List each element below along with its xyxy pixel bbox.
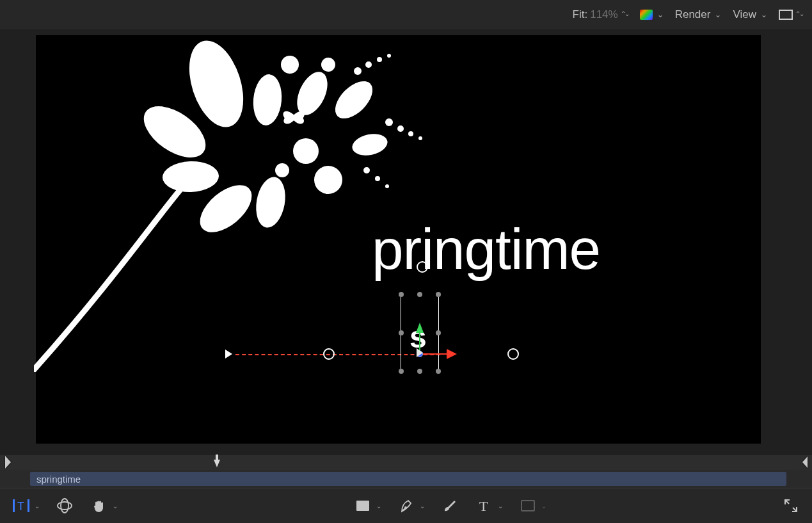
svg-point-14 [354, 67, 362, 75]
svg-point-15 [365, 61, 372, 68]
motion-path-handle[interactable] [417, 261, 428, 273]
svg-rect-26 [13, 499, 15, 512]
mask-tool[interactable]: ⌄ [518, 496, 546, 515]
resize-handle[interactable] [399, 292, 404, 297]
playhead[interactable] [212, 455, 221, 470]
pen-tool[interactable]: ⌄ [397, 496, 425, 515]
x-axis-line [420, 353, 449, 355]
render-label: Render [675, 8, 711, 21]
fit-zoom-control[interactable]: Fit: 114% ⌃⌄ [573, 8, 628, 21]
svg-point-11 [293, 138, 319, 164]
in-point-marker[interactable] [4, 455, 11, 470]
svg-point-0 [179, 39, 253, 134]
out-point-marker[interactable] [801, 455, 808, 470]
svg-point-29 [58, 502, 72, 510]
current-position-icon [417, 348, 423, 357]
svg-point-9 [281, 56, 299, 74]
svg-point-13 [275, 163, 289, 177]
shape-tool[interactable]: ⌄ [353, 496, 381, 515]
flower-ornament-graphic [34, 39, 456, 372]
mini-timeline-ruler[interactable] [0, 455, 812, 470]
chevron-down-icon: ⌄ [761, 10, 767, 19]
adjust-glyph-tool[interactable]: T ⌄ [12, 496, 40, 515]
resize-handle[interactable] [417, 369, 422, 374]
chevron-down-icon: ⌄ [35, 503, 40, 510]
fullscreen-button[interactable] [781, 496, 800, 515]
color-channels-icon [640, 10, 653, 20]
text-tool[interactable]: T ⌄ [475, 496, 503, 515]
glyph-selection-box[interactable]: s [399, 292, 441, 376]
svg-point-17 [387, 54, 391, 58]
svg-point-2 [162, 160, 219, 193]
timeline-clip[interactable]: springtime [30, 472, 786, 486]
fit-value: 114% [590, 8, 617, 21]
rectangle-icon [353, 496, 372, 515]
stepper-icon: ⌃⌄ [621, 10, 628, 17]
canvas-bottom-toolbar: T ⌄ ⌄ ⌄ ⌄ T ⌄ ⌄ [0, 488, 812, 523]
svg-point-20 [408, 131, 413, 136]
chevron-down-icon: ⌄ [420, 503, 425, 510]
chevron-down-icon: ⌄ [715, 10, 721, 19]
clip-label: springtime [36, 474, 81, 485]
3d-transform-tool[interactable] [55, 496, 74, 515]
stepper-icon: ⌃⌄ [795, 10, 803, 17]
aspect-ratio-menu[interactable]: ⌃⌄ [779, 10, 803, 20]
svg-point-10 [321, 58, 335, 72]
render-menu[interactable]: Render ⌄ [675, 8, 722, 21]
chevron-down-icon: ⌄ [541, 503, 546, 510]
svg-point-12 [314, 166, 342, 194]
chevron-down-icon: ⌄ [376, 503, 381, 510]
color-channels-menu[interactable]: ⌄ [640, 10, 664, 20]
resize-handle[interactable] [417, 292, 422, 297]
resize-handle[interactable] [399, 369, 404, 374]
motion-path-start-icon [225, 350, 232, 358]
view-menu[interactable]: View ⌄ [733, 8, 767, 21]
svg-text:T: T [479, 499, 488, 513]
svg-point-8 [350, 131, 389, 159]
svg-rect-27 [28, 499, 29, 512]
svg-point-22 [363, 167, 370, 173]
chevron-down-icon: ⌄ [113, 503, 118, 510]
svg-point-1 [135, 96, 215, 168]
resize-handle[interactable] [436, 292, 441, 297]
svg-point-4 [252, 175, 289, 230]
svg-point-7 [328, 74, 379, 125]
viewer-canvas[interactable]: pringtime s [36, 35, 761, 444]
expand-icon [783, 498, 799, 513]
paint-stroke-tool[interactable] [440, 496, 459, 515]
svg-rect-25 [216, 455, 218, 460]
aspect-ratio-icon [779, 10, 793, 20]
motion-path-keyframe[interactable] [323, 348, 335, 360]
svg-point-19 [397, 125, 404, 132]
svg-point-24 [385, 184, 389, 188]
svg-point-16 [377, 57, 382, 62]
svg-text:T: T [17, 500, 24, 513]
rectangle-mask-icon [518, 496, 537, 515]
pen-icon [397, 496, 416, 515]
svg-point-30 [61, 499, 68, 513]
svg-rect-34 [521, 501, 534, 511]
svg-point-23 [375, 176, 380, 181]
chevron-down-icon: ⌄ [498, 503, 503, 510]
y-axis-arrow-icon[interactable] [416, 323, 424, 333]
text-icon: T [475, 496, 494, 515]
svg-point-32 [404, 506, 407, 509]
mini-timeline-track: springtime [0, 470, 812, 488]
resize-handle[interactable] [436, 330, 441, 335]
svg-point-18 [385, 118, 393, 126]
brush-icon [440, 496, 459, 515]
pan-tool[interactable]: ⌄ [90, 496, 118, 515]
svg-point-5 [251, 73, 284, 127]
canvas-text-layer[interactable]: pringtime [372, 216, 600, 282]
svg-point-3 [192, 176, 260, 241]
view-label: View [733, 8, 756, 21]
viewer-top-toolbar: Fit: 114% ⌃⌄ ⌄ Render ⌄ View ⌄ ⌃⌄ [0, 0, 812, 29]
fit-label: Fit: [573, 8, 588, 21]
hand-icon [90, 496, 109, 515]
resize-handle[interactable] [436, 369, 441, 374]
resize-handle[interactable] [399, 330, 404, 335]
viewer-canvas-area: pringtime s [0, 30, 812, 455]
adjust-glyph-icon: T [12, 496, 31, 515]
chevron-down-icon: ⌄ [657, 10, 664, 19]
motion-path-keyframe[interactable] [507, 348, 519, 360]
